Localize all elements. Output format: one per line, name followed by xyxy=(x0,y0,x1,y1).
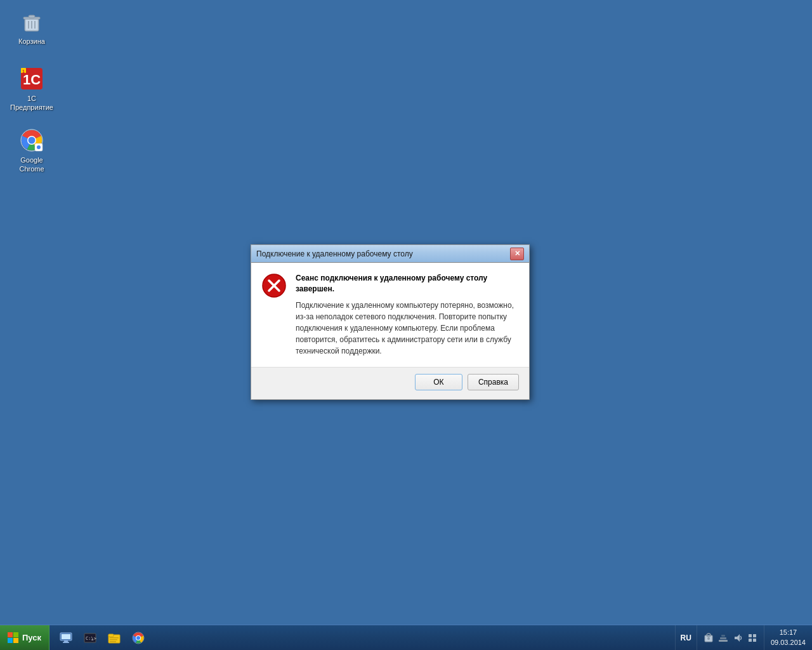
taskbar-right: RU xyxy=(675,625,812,650)
taskbar-icon-files[interactable] xyxy=(103,627,126,649)
desktop-icon-chrome[interactable]: Google Chrome xyxy=(6,125,57,176)
svg-rect-41 xyxy=(749,634,752,637)
svg-text:1: 1 xyxy=(22,69,25,74)
svg-rect-30 xyxy=(110,641,116,642)
taskbar: Пуск C:\> xyxy=(0,625,812,650)
taskbar-icon-chrome[interactable] xyxy=(127,627,150,649)
dialog-title: Подключение к удаленному рабочему столу xyxy=(256,249,413,258)
recycle-bin-label: Корзина xyxy=(18,37,45,46)
start-label: Пуск xyxy=(22,633,41,642)
taskbar-icon-cmd[interactable]: C:\> xyxy=(79,627,102,649)
svg-rect-38 xyxy=(720,637,726,639)
1c-label: 1С Предприятие xyxy=(9,94,55,112)
clock-time: 15:17 xyxy=(780,628,797,637)
dialog-error-icon xyxy=(261,273,287,298)
dialog-footer: ОК Справка xyxy=(251,367,529,399)
dialog-close-button[interactable]: ✕ xyxy=(510,248,524,260)
dialog-main-text: Сеанс подключения к удаленному рабочему … xyxy=(296,273,519,295)
svg-text:C:\>: C:\> xyxy=(86,636,96,641)
tray-icon-security[interactable] xyxy=(702,632,715,644)
taskbar-icon-computer[interactable] xyxy=(55,627,77,649)
svg-rect-42 xyxy=(753,634,756,637)
tray-icon-volume[interactable] xyxy=(731,632,744,644)
tray-icon-action-center[interactable] xyxy=(746,632,759,644)
dialog-body: Сеанс подключения к удаленному рабочему … xyxy=(251,263,529,367)
chrome-label: Google Chrome xyxy=(9,156,55,174)
svg-rect-44 xyxy=(753,639,756,642)
svg-rect-27 xyxy=(108,634,114,637)
system-tray xyxy=(697,625,764,650)
desktop-icon-1c[interactable]: 1С 1 1С Предприятие xyxy=(6,63,57,115)
svg-rect-43 xyxy=(749,639,752,642)
svg-marker-40 xyxy=(735,634,740,642)
svg-rect-20 xyxy=(62,634,70,639)
svg-rect-6 xyxy=(29,15,35,18)
taskbar-quicklaunch: C:\> xyxy=(49,625,155,650)
svg-rect-37 xyxy=(719,640,728,642)
dialog-ok-button[interactable]: ОК xyxy=(415,374,462,390)
1c-icon: 1С 1 xyxy=(19,66,44,91)
svg-rect-29 xyxy=(110,639,117,640)
svg-point-36 xyxy=(707,637,710,640)
language-indicator[interactable]: RU xyxy=(675,625,697,650)
svg-rect-21 xyxy=(64,640,68,642)
dialog-detail-text: Подключение к удаленному компьютеру поте… xyxy=(296,300,519,357)
dialog-titlebar: Подключение к удаленному рабочему столу … xyxy=(251,245,529,263)
dialog-help-button[interactable]: Справка xyxy=(468,374,519,390)
svg-point-15 xyxy=(37,145,41,149)
chrome-icon xyxy=(19,128,44,153)
svg-text:1С: 1С xyxy=(23,72,41,88)
clock-date: 09.03.2014 xyxy=(771,638,806,647)
dialog-text-area: Сеанс подключения к удаленному рабочему … xyxy=(296,273,519,357)
windows-logo-icon xyxy=(8,632,19,644)
desktop-icon-recycle-bin[interactable]: Корзина xyxy=(6,6,57,48)
svg-rect-28 xyxy=(110,637,119,639)
svg-rect-39 xyxy=(721,635,725,637)
start-button[interactable]: Пуск xyxy=(0,625,49,651)
svg-point-33 xyxy=(136,636,140,640)
system-clock[interactable]: 15:17 09.03.2014 xyxy=(764,625,812,650)
recycle-bin-icon xyxy=(19,9,44,34)
svg-point-13 xyxy=(29,137,36,144)
rdp-dialog: Подключение к удаленному рабочему столу … xyxy=(251,244,530,400)
tray-icon-network[interactable] xyxy=(717,632,730,644)
svg-rect-22 xyxy=(63,642,69,643)
